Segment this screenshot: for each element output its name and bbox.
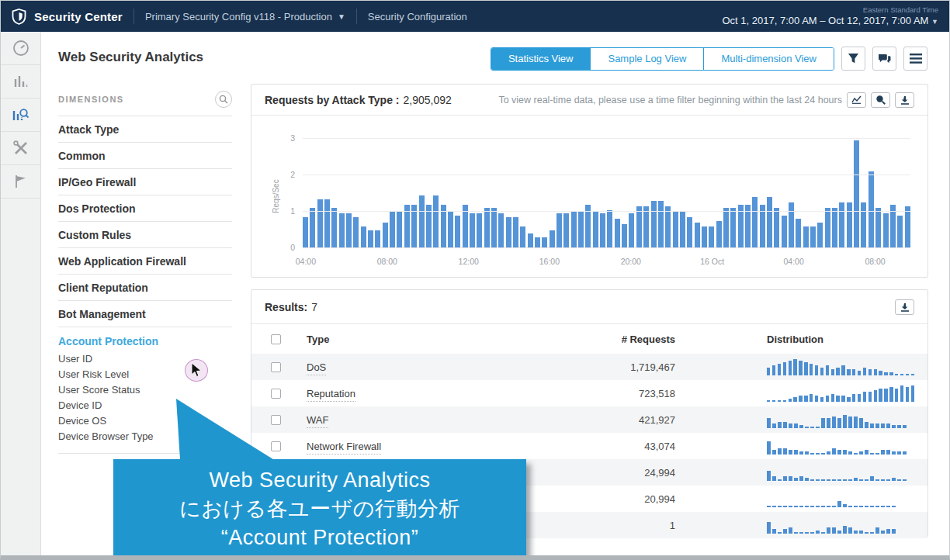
- chart-bar: [528, 233, 533, 248]
- select-all-checkbox[interactable]: [271, 334, 281, 344]
- row-checkbox[interactable]: [271, 362, 281, 372]
- row-checkbox[interactable]: [271, 415, 281, 425]
- chart-bar: [643, 206, 649, 248]
- chart-bar: [433, 195, 439, 248]
- timezone-label: Eastern Standard Time: [723, 5, 939, 15]
- requests-value: 421,927: [539, 414, 675, 426]
- distribution-sparkline: [767, 358, 914, 375]
- chart-bar: [542, 237, 547, 248]
- requests-value: 1,719,467: [539, 361, 675, 373]
- x-tick-label: 12:00: [459, 257, 479, 266]
- mouse-cursor-icon: [191, 362, 203, 379]
- shield-icon: [12, 9, 26, 25]
- chart-bar: [695, 223, 700, 248]
- table-row: Network Firewall43,074: [251, 433, 927, 459]
- sidebar-item-account-protection[interactable]: Account Protection: [58, 327, 232, 351]
- icon-rail: [1, 32, 41, 555]
- sidebar-item-bot-management[interactable]: Bot Management: [58, 301, 232, 327]
- rail-item-tools[interactable]: [1, 132, 40, 165]
- download-results-button[interactable]: [895, 299, 914, 315]
- filter-button[interactable]: [841, 47, 865, 71]
- sidebar-item-custom-rules[interactable]: Custom Rules: [58, 222, 232, 248]
- distribution-sparkline: [767, 385, 914, 402]
- realtime-note: To view real-time data, please use a tim…: [498, 95, 842, 105]
- chart-bar: [854, 140, 859, 248]
- distribution-sparkline: [767, 464, 914, 481]
- rail-item-flag[interactable]: [1, 165, 40, 199]
- chart-bar: [883, 213, 889, 248]
- table-row: DoS1,719,467: [251, 354, 927, 380]
- chart-bar: [752, 197, 758, 248]
- tab-statistics-view[interactable]: Statistics View: [491, 48, 591, 70]
- chart-bar: [897, 216, 903, 248]
- chart-bar: [419, 195, 425, 248]
- results-label: Results:: [265, 301, 307, 313]
- type-link[interactable]: Reputation: [307, 388, 355, 402]
- distribution-sparkline: [767, 437, 914, 455]
- config-selector[interactable]: Primary Security Config v118 - Productio…: [145, 11, 345, 22]
- chart-type-button[interactable]: [847, 92, 866, 108]
- sidebar-item-ip-geo-firewall[interactable]: IP/Geo Firewall: [58, 169, 232, 195]
- rail-item-gauge[interactable]: [1, 32, 40, 65]
- y-tick-label: 0: [290, 243, 295, 252]
- chart-bar: [368, 230, 373, 249]
- view-toolbar: Statistics ViewSample Log ViewMulti-dime…: [491, 47, 927, 71]
- app-window: Security Center Primary Security Config …: [0, 0, 950, 560]
- x-tick-label: 04:00: [296, 257, 316, 266]
- sidebar-item-dos-protection[interactable]: Dos Protection: [58, 195, 232, 222]
- download-icon: [900, 302, 910, 312]
- type-link[interactable]: Network Firewall: [307, 441, 381, 455]
- chart-bar: [875, 208, 881, 248]
- row-checkbox[interactable]: [271, 441, 281, 451]
- download-icon: [900, 95, 910, 105]
- type-link[interactable]: WAF: [307, 414, 328, 428]
- download-chart-button[interactable]: [895, 92, 914, 108]
- chart-bar: [491, 208, 497, 248]
- chevron-down-icon: ▼: [931, 18, 938, 26]
- y-tick-label: 2: [290, 170, 295, 179]
- column-requests: # Requests: [539, 334, 675, 345]
- search-button[interactable]: [215, 91, 232, 108]
- rail-item-bar-chart[interactable]: [1, 65, 40, 99]
- type-cell: DoS: [307, 360, 539, 374]
- chart-bar: [571, 212, 577, 248]
- menu-button[interactable]: [903, 47, 927, 71]
- table-header: Type # Requests Distribution: [251, 323, 927, 354]
- chart-bar: [600, 213, 605, 248]
- chart-bar: [636, 206, 642, 248]
- section-link[interactable]: Security Configuration: [368, 11, 467, 22]
- magnifier-icon: [875, 95, 886, 105]
- row-checkbox[interactable]: [271, 389, 281, 399]
- chevron-down-icon: ▼: [338, 12, 345, 21]
- y-tick-label: 3: [290, 133, 295, 143]
- chart-bar: [506, 217, 511, 248]
- rail-item-analytics-search[interactable]: [1, 99, 40, 132]
- tools-icon: [12, 140, 29, 157]
- chart-bar: [324, 199, 330, 248]
- callout-text-line: “Account Protection”: [221, 524, 419, 552]
- date-range: Oct 1, 2017, 7:00 AM – Oct 12, 2017, 7:0…: [723, 15, 929, 26]
- sidebar-item-common[interactable]: Common: [58, 143, 232, 169]
- page-title: Web Security Analytics: [58, 50, 203, 65]
- time-filter[interactable]: Eastern Standard Time Oct 1, 2017, 7:00 …: [723, 5, 939, 27]
- tab-sample-log-view[interactable]: Sample Log View: [590, 48, 703, 70]
- sidebar-subitem-user-score-status[interactable]: User Score Status: [58, 382, 232, 397]
- sidebar-subitem-device-id[interactable]: Device ID: [58, 397, 232, 413]
- menu-icon: [910, 54, 922, 64]
- chart-bar: [658, 201, 664, 248]
- sidebar-item-attack-type[interactable]: Attack Type: [58, 116, 232, 143]
- results-count: 7: [311, 301, 317, 313]
- x-tick-label: 04:00: [784, 257, 804, 266]
- requests-chart-panel: Requests by Attack Type : 2,905,092 To v…: [251, 84, 928, 278]
- view-tabs: Statistics ViewSample Log ViewMulti-dime…: [491, 47, 834, 71]
- tab-multi-dimension-view[interactable]: Multi-dimension View: [703, 48, 834, 70]
- chart-bar: [550, 230, 555, 249]
- chart-bar: [484, 208, 490, 248]
- sidebar-item-client-reputation[interactable]: Client Reputation: [58, 275, 232, 301]
- chart-bar: [782, 216, 787, 248]
- comments-button[interactable]: [872, 47, 896, 71]
- sidebar-item-web-application-firewall[interactable]: Web Application Firewall: [58, 248, 232, 275]
- zoom-button[interactable]: [871, 92, 890, 108]
- product-title: Security Center: [34, 10, 123, 23]
- type-link[interactable]: DoS: [307, 361, 326, 375]
